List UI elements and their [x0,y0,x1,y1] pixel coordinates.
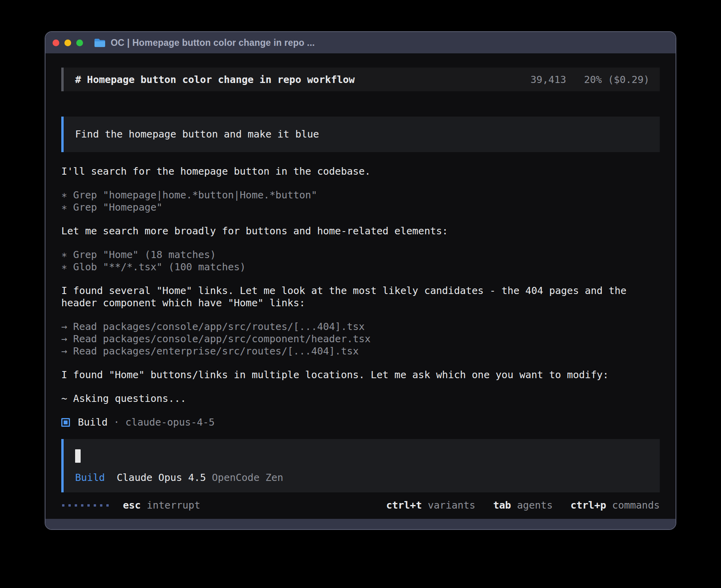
tool-call-read: → Read packages/enterprise/src/routes/[.… [61,345,660,357]
tool-call-group: ∗ Grep "homepage|home.*button|Home.*butt… [61,189,660,213]
status-text: ~ Asking questions... [61,392,660,405]
shortcut-interrupt: esc interrupt [123,499,200,511]
folder-icon [94,38,106,48]
session-title: # Homepage button color change in repo w… [75,74,355,86]
tool-call-group: ∗ Grep "Home" (18 matches) ∗ Glob "**/*.… [61,249,660,273]
text-cursor [75,449,81,463]
tool-call-group: → Read packages/console/app/src/routes/[… [61,320,660,357]
assistant-paragraph: I'll search for the homepage button in t… [61,165,660,177]
agent-name: Build [78,416,108,428]
assistant-paragraph: I found "Home" buttons/links in multiple… [61,369,660,381]
tool-call-grep: ∗ Grep "Home" (18 matches) [61,249,660,261]
maximize-button[interactable] [76,40,83,46]
assistant-paragraph: Let me search more broadly for buttons a… [61,225,660,237]
assistant-text: I found "Home" buttons/links in multiple… [61,369,660,381]
user-message-text: Find the homepage button and make it blu… [75,128,319,140]
shortcut-hints: ctrl+t variants tab agents ctrl+p comman… [368,499,660,511]
tool-call-glob: ∗ Glob "**/*.tsx" (100 matches) [61,261,660,273]
input-agent-label[interactable]: Build [75,472,105,483]
shortcut-variants: ctrl+t variants [386,499,476,511]
user-message: Find the homepage button and make it blu… [61,117,660,152]
close-button[interactable] [53,40,59,46]
label-variants: variants [428,499,475,511]
window-bottom-bar [45,519,676,529]
shortcut-commands: ctrl+p commands [570,499,660,511]
session-header: # Homepage button color change in repo w… [61,68,660,91]
titlebar: OC | Homepage button color change in rep… [45,32,676,53]
shortcut-agents: tab agents [493,499,553,511]
tool-call-grep: ∗ Grep "homepage|home.*button|Home.*butt… [61,189,660,201]
tool-call-grep: ∗ Grep "Homepage" [61,201,660,213]
agent-build-icon [61,418,70,427]
tool-call-read: → Read packages/console/app/src/routes/[… [61,320,660,333]
tool-call-read: → Read packages/console/app/src/componen… [61,333,660,345]
status-line: ~ Asking questions... [61,392,660,405]
agent-status-row: Build · claude-opus-4-5 [61,416,660,428]
input-meta-row: BuildClaude Opus 4.5OpenCode Zen [75,471,649,484]
assistant-paragraph: I found several "Home" links. Let me loo… [61,285,660,309]
assistant-text: Let me search more broadly for buttons a… [61,225,660,237]
dot-separator: · [113,416,119,428]
agent-model: claude-opus-4-5 [125,416,215,428]
token-count: 39,413 [530,74,566,85]
key-ctrl-t: ctrl+t [386,499,422,511]
status-footer: esc interrupt ctrl+t variants tab agents… [61,499,660,511]
assistant-text: I found several "Home" links. Let me loo… [61,285,660,309]
input-provider-label: OpenCode Zen [212,472,283,483]
terminal-window: OC | Homepage button color change in rep… [45,31,676,530]
label-agents: agents [517,499,553,511]
label-commands: commands [612,499,660,511]
label-interrupt: interrupt [147,499,200,511]
key-tab: tab [493,499,511,511]
assistant-text: I'll search for the homepage button in t… [61,165,660,177]
key-esc: esc [123,499,141,511]
prompt-input[interactable]: BuildClaude Opus 4.5OpenCode Zen [61,439,660,492]
session-stats: 39,413 20% ($0.29) [519,74,649,86]
input-model-label[interactable]: Claude Opus 4.5 [117,472,206,483]
minimize-button[interactable] [64,40,71,46]
window-title: OC | Homepage button color change in rep… [111,38,315,48]
context-usage: 20% ($0.29) [584,74,649,85]
working-indicator-dots [62,504,113,507]
terminal-content: # Homepage button color change in repo w… [45,53,676,519]
key-ctrl-p: ctrl+p [570,499,606,511]
